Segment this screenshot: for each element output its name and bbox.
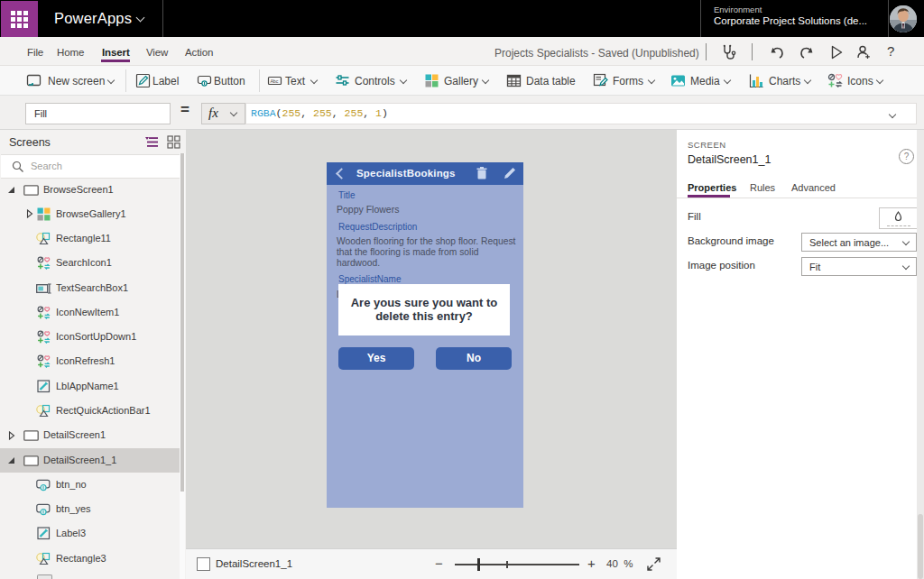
svg-text:Abc: Abc [270, 78, 278, 84]
